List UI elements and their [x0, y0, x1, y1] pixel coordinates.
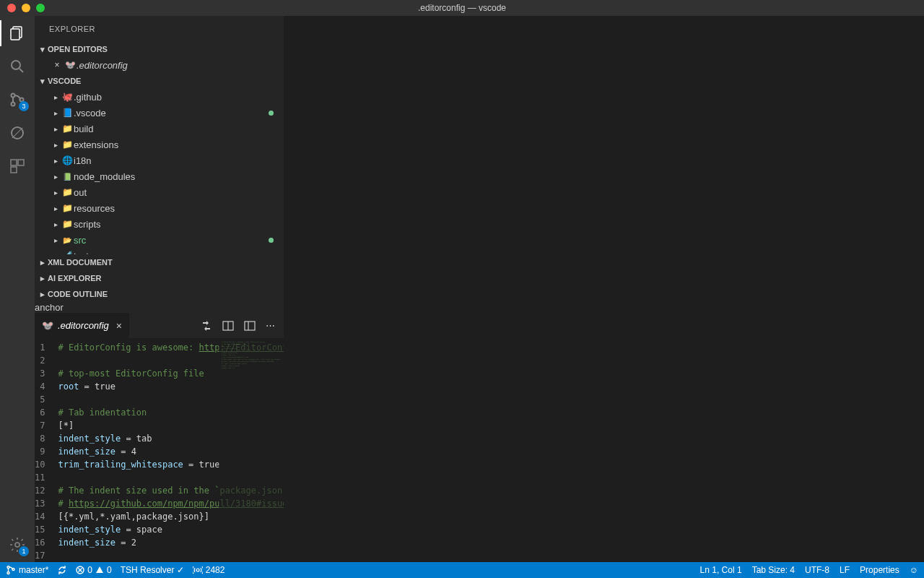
mouse-icon: 🐭: [42, 320, 53, 331]
split-editor-icon[interactable]: [222, 320, 234, 332]
debug-activity[interactable]: [7, 123, 27, 143]
explorer-title: EXPLORER: [35, 16, 284, 41]
open-editor-item[interactable]: ×🐭.editorconfig: [35, 57, 284, 73]
extensions-activity[interactable]: [7, 156, 27, 176]
xml-document-header[interactable]: ▸ XML DOCUMENT: [35, 254, 284, 270]
line-gutter: 1234567891011121314151617: [35, 341, 58, 562]
chevron-down-icon: ▾: [38, 77, 48, 86]
svg-point-5: [12, 103, 15, 106]
folder-item[interactable]: ▸📗node_modules: [35, 168, 284, 184]
tab-editorconfig[interactable]: 🐭 .editorconfig ×: [35, 313, 130, 338]
compare-icon[interactable]: [201, 320, 212, 332]
code-outline-header[interactable]: ▸ CODE OUTLINE: [35, 286, 284, 302]
problems-status[interactable]: 0 0: [76, 565, 111, 575]
line-number: 14: [35, 510, 45, 523]
folder-icon: 📁: [61, 219, 74, 229]
folder-item[interactable]: ▸📂src: [35, 232, 284, 248]
tsh-resolver-status[interactable]: TSH Resolver ✓: [121, 565, 184, 575]
editor-area: 🐭 .editorconfig × ⋯ 12345678910111213141…: [35, 313, 284, 562]
close-icon[interactable]: ×: [51, 60, 64, 70]
titlebar: .editorconfig — vscode: [0, 0, 924, 16]
layout-icon[interactable]: [244, 320, 256, 332]
line-number: 4: [35, 380, 45, 393]
item-label: out: [74, 187, 87, 198]
folder-icon: 📁: [61, 187, 74, 197]
folder-item[interactable]: ▸📁resources: [35, 200, 284, 216]
item-label: test: [74, 251, 89, 255]
svg-point-12: [15, 543, 19, 547]
search-activity[interactable]: [7, 56, 27, 77]
open-editors-tree: ×🐭.editorconfig: [35, 57, 284, 73]
folder-item[interactable]: ▸🧪test: [35, 248, 284, 254]
folder-item[interactable]: ▸📁scripts: [35, 216, 284, 232]
folder-item[interactable]: ▸📁out: [35, 184, 284, 200]
folder-item[interactable]: ▸📘.vscode: [35, 105, 284, 121]
src-icon: 📂: [61, 236, 74, 244]
line-number: 9: [35, 445, 45, 458]
workspace-label: VSCODE: [48, 77, 81, 85]
editor-toolbar: ⋯: [201, 313, 284, 338]
maximize-window-button[interactable]: [36, 4, 45, 12]
chevron-right-icon: ▸: [51, 109, 61, 117]
svg-rect-15: [245, 322, 255, 330]
folder-icon: 📁: [61, 203, 74, 213]
workspace-header[interactable]: ▾ VSCODE: [35, 73, 284, 89]
open-editors-header[interactable]: ▾ OPEN EDITORS: [35, 41, 284, 57]
git-branch-status[interactable]: master*: [6, 565, 48, 575]
encoding-status[interactable]: UTF-8: [805, 565, 829, 575]
editor-body[interactable]: 1234567891011121314151617 # EditorConfig…: [35, 338, 284, 562]
code-outline-label: CODE OUTLINE: [48, 290, 108, 298]
chevron-right-icon: ▸: [51, 204, 61, 212]
vscode-icon: 📘: [61, 108, 74, 118]
minimize-window-button[interactable]: [22, 4, 30, 12]
error-count: 0: [87, 565, 92, 575]
activity-bar: 3 1: [0, 16, 35, 562]
line-number: 17: [35, 549, 45, 562]
scm-activity[interactable]: 3: [7, 90, 27, 110]
chevron-right-icon: ▸: [51, 125, 61, 133]
eol-status[interactable]: LF: [840, 565, 850, 575]
more-icon[interactable]: ⋯: [266, 320, 275, 331]
sync-status[interactable]: [57, 565, 67, 575]
item-label: resources: [74, 203, 115, 214]
item-label: .github: [74, 92, 102, 103]
folder-item[interactable]: ▸📁extensions: [35, 137, 284, 152]
window-controls: [7, 4, 45, 12]
mouse-icon: 🐭: [64, 60, 77, 70]
line-number: 7: [35, 419, 45, 432]
feedback-icon[interactable]: ☺: [910, 565, 918, 575]
settings-activity[interactable]: 1: [7, 535, 27, 555]
close-window-button[interactable]: [7, 4, 16, 12]
cursor-position-status[interactable]: Ln 1, Col 1: [700, 565, 742, 575]
folder-item[interactable]: ▸📁build: [35, 121, 284, 137]
chevron-right-icon: ▸: [51, 220, 61, 228]
close-icon[interactable]: ×: [116, 320, 122, 332]
chevron-right-icon: ▸: [51, 173, 61, 181]
line-number: 16: [35, 536, 45, 549]
chevron-down-icon: ▾: [38, 45, 48, 54]
line-number: 6: [35, 406, 45, 419]
chevron-right-icon: ▸: [51, 157, 61, 165]
settings-badge: 1: [19, 546, 29, 556]
folder-item[interactable]: ▸🐙.github: [35, 89, 284, 105]
warning-count: 0: [107, 565, 112, 575]
explorer-activity[interactable]: [7, 23, 27, 43]
line-number: 10: [35, 458, 45, 471]
ai-explorer-label: AI EXPLORER: [48, 274, 102, 282]
port-number: 2482: [206, 565, 225, 575]
svg-rect-9: [11, 160, 17, 165]
line-number: 13: [35, 497, 45, 510]
ai-explorer-header[interactable]: ▸ AI EXPLORER: [35, 270, 284, 286]
folder-item[interactable]: ▸🌐i18n: [35, 152, 284, 168]
live-server-status[interactable]: 2482: [193, 565, 225, 575]
language-status[interactable]: Properties: [860, 565, 899, 575]
line-number: 3: [35, 367, 45, 380]
chevron-right-icon: ▸: [51, 141, 61, 149]
chevron-right-icon: ▸: [51, 93, 61, 101]
github-icon: 🐙: [61, 92, 74, 102]
chevron-right-icon: ▸: [51, 252, 61, 255]
minimap[interactable]: # EditorConfig is awesome: http://Editor…: [219, 338, 284, 562]
tab-size-status[interactable]: Tab Size: 4: [752, 565, 795, 575]
chevron-right-icon: ▸: [38, 258, 48, 267]
editor-tabs: 🐭 .editorconfig × ⋯: [35, 313, 284, 338]
